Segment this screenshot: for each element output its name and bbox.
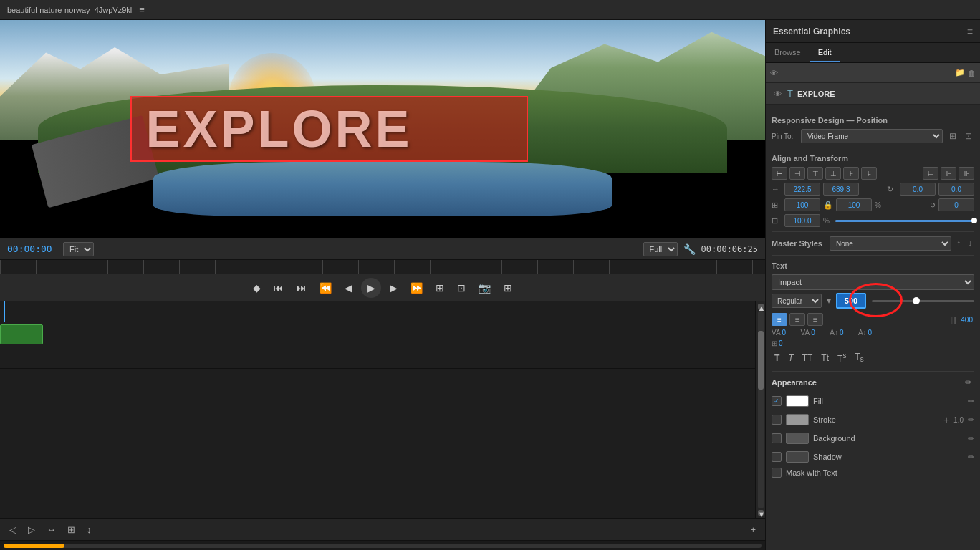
prev-frame-btn[interactable]: ⏪ xyxy=(315,279,336,296)
prev-clip-btn[interactable]: ⏮ xyxy=(269,279,288,296)
font-size-input[interactable] xyxy=(836,293,866,309)
panel-menu-icon[interactable]: ≡ xyxy=(967,26,973,37)
timeline-tool-4[interactable]: ⊞ xyxy=(64,522,79,537)
small-caps-btn[interactable]: Tt xyxy=(818,352,832,365)
scalexy-value[interactable]: 0 xyxy=(868,329,883,337)
mask-checkbox[interactable] xyxy=(772,468,782,478)
quality-dropdown[interactable]: Full xyxy=(643,242,678,256)
fill-pen-icon[interactable]: ✏ xyxy=(968,397,974,406)
explore-overlay[interactable]: EXPLORE xyxy=(130,96,528,162)
shadow-pen-icon[interactable]: ✏ xyxy=(968,453,974,462)
layer-eye-icon[interactable]: 👁 xyxy=(772,88,783,100)
camera-btn[interactable]: 📷 xyxy=(474,279,495,296)
style-dropdown[interactable]: Regular xyxy=(772,294,822,308)
align-center-v[interactable]: ⊦ xyxy=(843,167,859,180)
leading-value[interactable]: 0 xyxy=(811,329,825,337)
export-btn[interactable]: ⊞ xyxy=(499,279,517,296)
distribute-h[interactable]: ⊨ xyxy=(923,167,938,180)
tsf-x-value[interactable]: 0 xyxy=(779,339,793,347)
align-bottom-edge[interactable]: ⊧ xyxy=(861,167,877,180)
opacity-value[interactable]: 100.0 xyxy=(784,214,820,227)
overlay-btn[interactable]: ⊡ xyxy=(453,279,470,296)
menu-icon[interactable]: ≡ xyxy=(139,4,145,15)
all-caps-btn[interactable]: TT xyxy=(799,352,816,365)
align-center-h[interactable]: ⊣ xyxy=(789,167,805,180)
step-back-btn[interactable]: ◀ xyxy=(340,279,357,296)
font-dropdown[interactable]: Impact xyxy=(772,274,974,290)
mark-in-btn[interactable]: ◆ xyxy=(249,279,265,296)
timeline-tool-2[interactable]: ▷ xyxy=(24,522,39,537)
scroll-down-btn[interactable]: ▼ xyxy=(758,510,764,516)
font-size-slider[interactable] xyxy=(872,300,974,302)
fill-color-swatch[interactable] xyxy=(786,395,809,407)
master-styles-up[interactable]: ↑ xyxy=(954,237,963,250)
tab-browse[interactable]: Browse xyxy=(766,43,810,62)
layer-entry[interactable]: 👁 T EXPLORE xyxy=(766,83,980,105)
tab-edit[interactable]: Edit xyxy=(810,43,840,62)
timeline-tool-3[interactable]: ↔ xyxy=(43,522,59,537)
responsive-settings-icon[interactable]: ⊡ xyxy=(963,130,974,143)
green-clip[interactable] xyxy=(0,324,43,344)
step-fwd-btn[interactable]: ▶ xyxy=(385,279,402,296)
timeline-tool-1[interactable]: ◁ xyxy=(6,522,20,537)
audio-track-row xyxy=(0,347,765,369)
stroke-checkbox[interactable] xyxy=(772,415,782,425)
rot1-input[interactable] xyxy=(900,183,936,196)
fit-dropdown[interactable]: Fit xyxy=(63,242,94,256)
background-checkbox[interactable] xyxy=(772,433,782,443)
pos-x-input[interactable] xyxy=(784,183,820,196)
lock-icon[interactable]: 🔒 xyxy=(823,201,833,210)
rot2-input[interactable] xyxy=(938,183,974,196)
wrench-icon[interactable]: 🔧 xyxy=(683,243,696,255)
appearance-tool-1[interactable]: ✏ xyxy=(963,376,974,389)
master-styles-dropdown[interactable]: None xyxy=(830,236,951,251)
tracking-value[interactable]: 400 xyxy=(961,316,973,324)
play-btn[interactable]: ▶ xyxy=(361,278,381,298)
kerning-value[interactable]: 0 xyxy=(782,329,797,337)
panel-tabs: Browse Edit xyxy=(766,43,980,63)
responsive-align-icon[interactable]: ⊞ xyxy=(947,130,959,143)
next-clip-btn[interactable]: ⏭ xyxy=(292,279,311,296)
superscript-btn[interactable]: Ts xyxy=(835,350,849,365)
rotation-val-input[interactable] xyxy=(938,198,974,211)
layer-visibility-icon[interactable]: 👁 xyxy=(770,69,778,77)
timeline-tool-5[interactable]: ↕ xyxy=(83,522,95,537)
fill-checkbox[interactable]: ✓ xyxy=(772,396,782,406)
background-pen-icon[interactable]: ✏ xyxy=(968,434,974,443)
stroke-color-swatch[interactable] xyxy=(786,414,809,425)
scale-w-input[interactable] xyxy=(784,198,820,211)
pos-y-input[interactable] xyxy=(823,183,859,196)
style-arrow[interactable]: ▾ xyxy=(825,296,833,306)
new-layer-icon[interactable]: 📁 xyxy=(955,68,965,77)
baseline-value[interactable]: 0 xyxy=(840,329,854,337)
align-right-btn[interactable]: ≡ xyxy=(807,313,823,326)
master-styles-down[interactable]: ↓ xyxy=(966,237,974,250)
background-color-swatch[interactable] xyxy=(786,433,809,444)
bold-btn[interactable]: T xyxy=(772,352,782,365)
insert-btn[interactable]: ⊞ xyxy=(431,279,448,296)
delete-layer-icon[interactable]: 🗑 xyxy=(968,69,976,77)
opacity-slider[interactable] xyxy=(835,220,974,222)
scroll-thumb-h[interactable] xyxy=(4,544,64,548)
align-left-edge[interactable]: ⊢ xyxy=(772,167,787,180)
shadow-checkbox[interactable] xyxy=(772,452,782,462)
italic-btn[interactable]: T xyxy=(785,352,796,365)
add-track-btn[interactable]: + xyxy=(746,522,759,537)
distribute-equal[interactable]: ⊪ xyxy=(959,167,974,180)
next-frame-btn[interactable]: ⏩ xyxy=(406,279,427,296)
align-right-edge[interactable]: ⊤ xyxy=(807,167,823,180)
stroke-pen-icon[interactable]: ✏ xyxy=(968,415,974,425)
align-center-btn[interactable]: ≡ xyxy=(789,313,805,326)
distribute-v[interactable]: ⊩ xyxy=(941,167,956,180)
text-section-header: Text xyxy=(772,261,974,270)
align-left-btn[interactable]: ≡ xyxy=(772,313,787,326)
align-top-edge[interactable]: ⊥ xyxy=(825,167,841,180)
stroke-plus-icon[interactable]: + xyxy=(943,414,949,425)
reset-icon[interactable]: ↺ xyxy=(930,201,936,209)
scroll-track-h[interactable] xyxy=(4,544,762,548)
video-track-row xyxy=(0,301,765,322)
scale-h-input[interactable] xyxy=(836,198,872,211)
pin-to-dropdown[interactable]: Video Frame xyxy=(801,129,943,143)
shadow-color-swatch[interactable] xyxy=(786,451,809,463)
subscript-btn[interactable]: Ts xyxy=(852,350,866,365)
